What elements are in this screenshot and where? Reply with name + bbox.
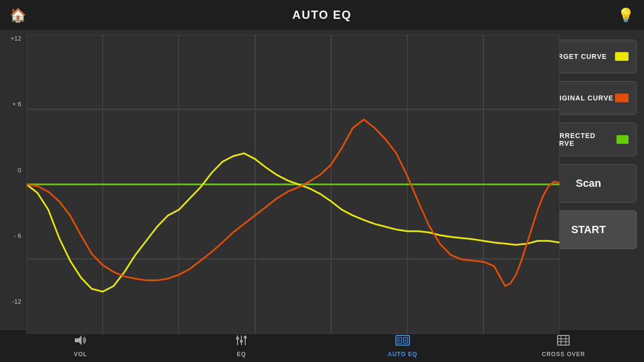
y-axis-labels: +12 + 6 0 - 6 -12 — [0, 35, 24, 305]
corrected-curve-color-box — [616, 135, 629, 144]
eq-icon — [235, 334, 248, 349]
y-label-neg6: - 6 — [14, 232, 21, 239]
header: 🏠 AUTO EQ 💡 — [0, 0, 644, 30]
page-title: AUTO EQ — [293, 8, 352, 22]
auto-eq-icon — [395, 334, 410, 349]
main-area: +12 + 6 0 - 6 -12 20 Hz 30 Hz 40 Hz 60 H… — [0, 30, 644, 329]
y-label-6: + 6 — [13, 100, 21, 108]
bottom-nav: VOL EQ AUTO EQ — [0, 329, 644, 362]
scan-label: Scan — [576, 177, 602, 190]
svg-marker-14 — [75, 335, 82, 345]
vol-icon — [74, 334, 87, 349]
target-curve-color-box — [615, 52, 629, 61]
svg-point-18 — [236, 337, 239, 340]
svg-rect-26 — [558, 335, 569, 345]
y-label-12: +12 — [11, 35, 21, 42]
y-label-neg12: -12 — [12, 298, 21, 305]
auto-eq-label: AUTO EQ — [388, 351, 417, 358]
eq-chart-svg — [27, 35, 560, 334]
nav-item-auto-eq[interactable]: AUTO EQ — [374, 334, 432, 358]
start-label: START — [571, 223, 606, 236]
nav-item-crossover[interactable]: CROSS OVER — [534, 334, 592, 358]
crossover-icon — [557, 334, 570, 349]
vol-label: VOL — [74, 351, 87, 358]
nav-item-eq[interactable]: EQ — [212, 334, 270, 358]
nav-item-vol[interactable]: VOL — [52, 334, 110, 358]
original-curve-color-box — [615, 94, 629, 102]
chart-container: +12 + 6 0 - 6 -12 20 Hz 30 Hz 40 Hz 60 H… — [0, 30, 533, 329]
eq-label: EQ — [237, 351, 246, 358]
bulb-icon[interactable]: 💡 — [617, 7, 634, 23]
crossover-label: CROSS OVER — [542, 351, 585, 358]
svg-point-19 — [240, 340, 243, 343]
y-label-0: 0 — [18, 167, 21, 174]
svg-point-20 — [244, 336, 247, 339]
home-icon[interactable]: 🏠 — [10, 7, 27, 23]
